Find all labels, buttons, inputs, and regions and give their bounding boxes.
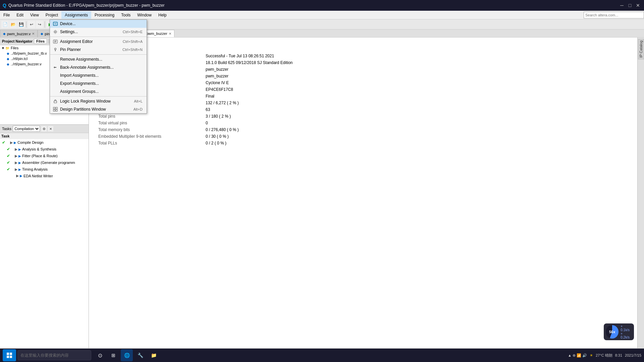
taskbar-browser[interactable]: 🌐 — [121, 349, 133, 361]
task-assembler[interactable]: ✔ ▶ ▶ Assembler (Generate programm — [0, 159, 89, 166]
svg-rect-24 — [10, 356, 12, 358]
menu-tools[interactable]: Tools — [118, 11, 134, 19]
task-fitter[interactable]: ✔ ▶ ▶ Fitter (Place & Route) — [0, 153, 89, 159]
report-value-memory: 0 / 276,480 ( 0 % ) — [203, 126, 631, 133]
task-analysis-run[interactable]: ▶ — [18, 147, 21, 151]
open-button[interactable]: 📂 — [9, 21, 17, 28]
search-input[interactable] — [584, 12, 644, 18]
menu-design-partitions[interactable]: Design Partitions Window Alt+D — [50, 105, 147, 113]
taskbar-app3[interactable]: 📁 — [148, 349, 160, 361]
task-assembler-expand[interactable]: ▶ — [15, 161, 17, 165]
task-eda-expand[interactable]: ▶ — [16, 174, 19, 178]
menu-help[interactable]: Help — [155, 11, 170, 19]
tasks-settings-btn[interactable]: ⚙ — [41, 126, 47, 131]
menu-processing[interactable]: Processing — [91, 11, 118, 19]
design-partitions-label: Design Partitions Window — [60, 107, 131, 112]
task-assembler-run[interactable]: ▶ — [18, 161, 21, 165]
tasks-close-btn[interactable]: ✕ — [48, 126, 53, 131]
report-value-plls: 0 / 2 ( 0 % ) — [203, 140, 631, 146]
menu-window[interactable]: Window — [134, 11, 155, 19]
window-title: Quartus Prime Standard Edition - E:/FPGA… — [8, 3, 165, 8]
task-compile-expand[interactable]: ▶ — [10, 140, 13, 145]
tab-pwm-buzzer-v-close[interactable]: ✕ — [32, 32, 35, 36]
navigator-tab-files[interactable]: Files — [34, 39, 47, 44]
task-analysis-expand[interactable]: ▶ — [15, 147, 17, 152]
tasks-dropdown[interactable]: Compilation — [13, 126, 40, 132]
files-label: Files — [11, 46, 18, 50]
menu-logic-lock[interactable]: Logic Lock Regions Window Alt+L — [50, 97, 147, 105]
menu-remove-assignments[interactable]: Remove Assignments... — [50, 55, 147, 63]
import-assignments-label: Import Assignments... — [60, 73, 143, 78]
menu-back-annotate[interactable]: Back-Annotate Assignments... — [50, 63, 147, 71]
menu-assignment-editor[interactable]: Assignment Editor Ctrl+Shift+A — [50, 38, 147, 46]
menu-view[interactable]: View — [27, 11, 42, 19]
svg-rect-13 — [56, 110, 57, 111]
save-button[interactable]: 💾 — [17, 21, 25, 28]
taskbar-search-btn[interactable]: ⊙ — [94, 349, 106, 361]
menu-file[interactable]: File — [0, 11, 13, 19]
app-icon: Q — [3, 3, 6, 8]
taskbar-search[interactable] — [17, 350, 91, 360]
task-eda[interactable]: ▶ ▶ EDA Netlist Writer — [0, 173, 89, 179]
design-partitions-shortcut: Alt+D — [133, 107, 143, 111]
main-content: ▶ Flow Summary Compilation Status Succes… — [89, 38, 637, 348]
minimize-button[interactable]: ─ — [619, 2, 625, 9]
menu-settings[interactable]: Settings... Ctrl+Shift+E — [50, 28, 147, 36]
pin-planner-label: Pin Planner — [60, 47, 120, 52]
task-compile-run[interactable]: ▶ — [14, 141, 16, 144]
menu-device[interactable]: Device... — [50, 20, 147, 28]
report-label-multiplier: Embedded Multiplier 9-bit elements — [96, 133, 203, 140]
tab-pwm-buzzer-v[interactable]: ◆ pwm_buzzer.v ✕ — [0, 30, 38, 37]
assignment-editor-label: Assignment Editor — [60, 39, 121, 44]
menu-export-assignments[interactable]: Export Assignments... — [50, 79, 147, 87]
report-row-multiplier: Embedded Multiplier 9-bit elements 0 / 3… — [96, 133, 631, 140]
taskbar-task-view[interactable]: ⊞ — [107, 349, 119, 361]
ip-catalog-label[interactable]: IP Catalog — [638, 39, 644, 59]
task-timing[interactable]: ✔ ▶ ▶ Timing Analysis — [0, 166, 89, 173]
report-row-family: Family Cyclone IV E — [96, 79, 631, 86]
menu-project[interactable]: Project — [42, 11, 61, 19]
task-timing-expand[interactable]: ▶ — [15, 167, 17, 172]
svg-rect-22 — [10, 353, 12, 355]
task-analysis-synthesis[interactable]: ✔ ▶ ▶ Analysis & Synthesis — [0, 146, 89, 153]
task-fitter-expand[interactable]: ▶ — [15, 154, 17, 158]
project-navigator-title: Project Navigator — [2, 39, 33, 43]
start-button[interactable] — [3, 349, 16, 361]
separator-2 — [50, 54, 147, 55]
task-timing-check: ✔ — [7, 167, 10, 172]
undo-button[interactable]: ↩ — [28, 21, 35, 28]
gauge-circle: 56x — [606, 325, 619, 339]
redo-button[interactable]: ↪ — [36, 21, 43, 28]
logic-lock-shortcut: Alt+L — [134, 99, 143, 103]
separator-1 — [50, 37, 147, 37]
report-value-virtual-pins: 0 — [203, 120, 631, 126]
menu-assignments[interactable]: Assignments — [61, 11, 91, 19]
menu-pin-planner[interactable]: Pin Planner Ctrl+Shift+N — [50, 46, 147, 54]
tab-compilation-report-close[interactable]: ✕ — [169, 32, 171, 36]
tasks-label: Tasks — [2, 127, 11, 131]
report-row-registers: Total registers 63 — [96, 106, 631, 113]
file-rtl-label: ../rtl/pwm_buzzer.v — [11, 62, 42, 66]
task-fitter-run[interactable]: ▶ — [18, 154, 21, 158]
maximize-button[interactable]: □ — [627, 2, 633, 9]
menu-import-assignments[interactable]: Import Assignments... — [50, 71, 147, 79]
report-label-pins: Total pins — [96, 113, 203, 120]
new-button[interactable]: 📄 — [1, 21, 9, 28]
task-eda-label: EDA Netlist Writer — [23, 174, 53, 178]
tab-tcl-icon: ◆ — [41, 32, 43, 36]
editor-icon — [53, 39, 58, 44]
menu-edit[interactable]: Edit — [13, 11, 27, 19]
tasks-column-header: Task — [0, 133, 89, 139]
taskbar: ⊙ ⊞ 🌐 🔧 📁 ▲ ⊕ 📶 🔊 ☀ 27°C 晴朗 8:31 2021/7/… — [0, 349, 644, 362]
partitions-icon — [53, 107, 58, 112]
menu-assignment-groups[interactable]: Assignment Groups... — [50, 87, 147, 96]
pin-icon — [53, 47, 58, 52]
task-compile-design[interactable]: ✔ ▶ ▶ Compile Design — [0, 139, 89, 146]
task-eda-run[interactable]: ▶ — [20, 174, 22, 178]
taskbar-app2[interactable]: 🔧 — [134, 349, 146, 361]
report-row-device: Device EP4CE6F17C8 — [96, 86, 631, 93]
menu-bar: File Edit View Project Assignments Proce… — [0, 11, 644, 19]
task-timing-run[interactable]: ▶ — [18, 168, 21, 171]
tray-weather-icon: ☀ — [590, 353, 593, 358]
close-button[interactable]: ✕ — [635, 2, 641, 9]
